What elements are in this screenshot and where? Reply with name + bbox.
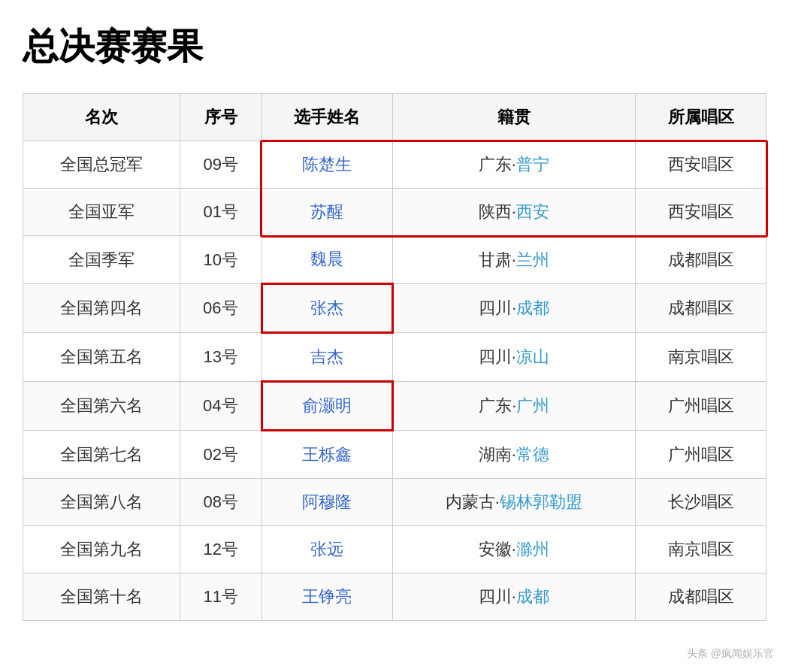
cell-rank: 全国第七名: [23, 431, 180, 479]
cell-number: 08号: [180, 479, 261, 526]
cell-name[interactable]: 魏晨: [261, 236, 392, 284]
header-rank: 名次: [23, 94, 180, 141]
cell-name[interactable]: 俞灏明: [261, 382, 392, 431]
cell-name[interactable]: 苏醒: [261, 189, 392, 236]
cell-rank: 全国季军: [23, 236, 180, 284]
cell-rank: 全国第八名: [23, 479, 180, 526]
cell-number: 09号: [180, 141, 261, 189]
cell-region: 长沙唱区: [636, 479, 766, 526]
cell-origin: 陕西·西安: [392, 189, 636, 236]
cell-region: 南京唱区: [636, 526, 766, 574]
cell-number: 12号: [180, 526, 261, 574]
cell-rank: 全国第六名: [23, 382, 180, 431]
cell-region: 成都唱区: [636, 284, 766, 333]
cell-number: 01号: [180, 189, 261, 236]
cell-origin: 内蒙古·锡林郭勒盟: [392, 479, 636, 526]
page-title: 总决赛赛果: [23, 23, 766, 71]
cell-name[interactable]: 张杰: [261, 284, 392, 333]
cell-region: 成都唱区: [636, 236, 766, 284]
cell-rank: 全国总冠军: [23, 141, 180, 189]
cell-origin: 甘肃·兰州: [392, 236, 636, 284]
cell-rank: 全国第四名: [23, 284, 180, 333]
results-table: 名次 序号 选手姓名 籍贯 所属唱区 全国总冠军09号陈楚生广东·普宁西安唱区全…: [23, 93, 766, 621]
cell-origin: 广东·广州: [392, 382, 636, 431]
cell-origin: 四川·成都: [392, 284, 636, 333]
cell-number: 13号: [180, 333, 261, 382]
cell-origin: 湖南·常德: [392, 431, 636, 479]
cell-region: 西安唱区: [636, 189, 766, 236]
cell-name[interactable]: 陈楚生: [261, 141, 392, 189]
cell-region: 西安唱区: [636, 141, 766, 189]
cell-region: 成都唱区: [636, 574, 766, 621]
table-row: 全国第八名08号阿穆隆内蒙古·锡林郭勒盟长沙唱区: [23, 479, 766, 526]
header-number: 序号: [180, 94, 261, 141]
watermark: 头条 @疯闻娱乐官: [687, 647, 774, 661]
cell-name[interactable]: 张远: [261, 526, 392, 574]
table-row: 全国第十名11号王铮亮四川·成都成都唱区: [23, 574, 766, 621]
table-row: 全国总冠军09号陈楚生广东·普宁西安唱区: [23, 141, 766, 189]
cell-name[interactable]: 吉杰: [261, 333, 392, 382]
table-header-row: 名次 序号 选手姓名 籍贯 所属唱区: [23, 94, 766, 141]
cell-origin: 广东·普宁: [392, 141, 636, 189]
header-origin: 籍贯: [392, 94, 636, 141]
table-row: 全国季军10号魏晨甘肃·兰州成都唱区: [23, 236, 766, 284]
cell-rank: 全国亚军: [23, 189, 180, 236]
cell-region: 广州唱区: [636, 431, 766, 479]
header-region: 所属唱区: [636, 94, 766, 141]
cell-origin: 四川·凉山: [392, 333, 636, 382]
cell-name[interactable]: 王铮亮: [261, 574, 392, 621]
table-row: 全国第五名13号吉杰四川·凉山南京唱区: [23, 333, 766, 382]
cell-rank: 全国第十名: [23, 574, 180, 621]
cell-rank: 全国第五名: [23, 333, 180, 382]
cell-origin: 安徽·滁州: [392, 526, 636, 574]
cell-number: 11号: [180, 574, 261, 621]
cell-number: 04号: [180, 382, 261, 431]
table-row: 全国第七名02号王栎鑫湖南·常德广州唱区: [23, 431, 766, 479]
cell-origin: 四川·成都: [392, 574, 636, 621]
cell-name[interactable]: 王栎鑫: [261, 431, 392, 479]
table-row: 全国第九名12号张远安徽·滁州南京唱区: [23, 526, 766, 574]
cell-number: 06号: [180, 284, 261, 333]
cell-number: 10号: [180, 236, 261, 284]
table-row: 全国第六名04号俞灏明广东·广州广州唱区: [23, 382, 766, 431]
cell-rank: 全国第九名: [23, 526, 180, 574]
cell-number: 02号: [180, 431, 261, 479]
cell-name[interactable]: 阿穆隆: [261, 479, 392, 526]
cell-region: 南京唱区: [636, 333, 766, 382]
table-row: 全国亚军01号苏醒陕西·西安西安唱区: [23, 189, 766, 236]
table-row: 全国第四名06号张杰四川·成都成都唱区: [23, 284, 766, 333]
cell-region: 广州唱区: [636, 382, 766, 431]
header-name: 选手姓名: [261, 94, 392, 141]
